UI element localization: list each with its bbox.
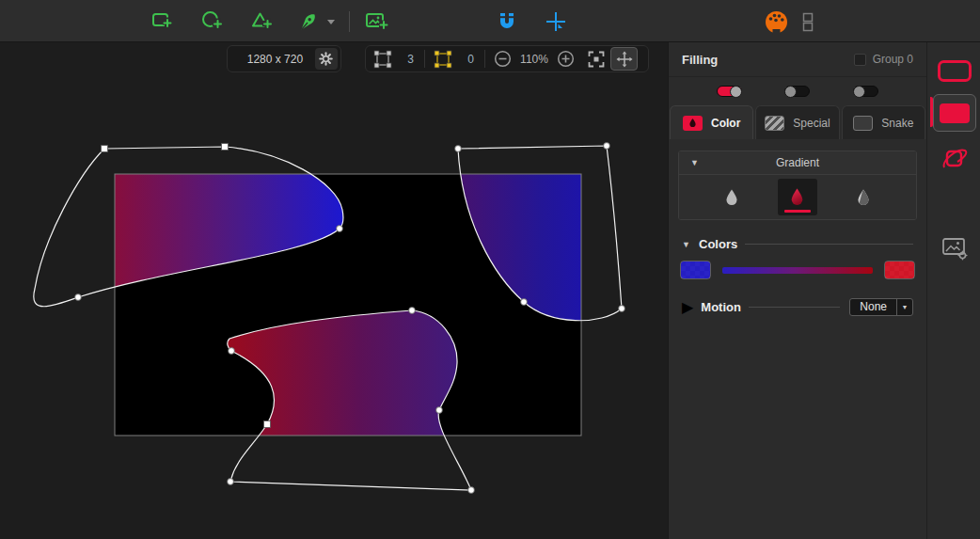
- path-nodes-button[interactable]: [371, 48, 394, 70]
- node-handle[interactable]: [468, 487, 475, 494]
- pen-icon: [297, 9, 322, 34]
- motion-section-title: Motion: [701, 300, 741, 314]
- fill-toggle-2[interactable]: [784, 86, 810, 97]
- pen-tool-button[interactable]: [296, 8, 323, 35]
- gear-icon: [318, 51, 334, 67]
- tab-color-label: Color: [711, 117, 740, 130]
- dropdown-arrow-icon[interactable]: ▼: [897, 299, 912, 315]
- add-rectangle-icon: [150, 9, 175, 34]
- motion-dropdown-value: None: [850, 299, 896, 315]
- node-handle-square[interactable]: [264, 421, 271, 428]
- canvas-size-group: 1280 x 720: [227, 45, 341, 72]
- vector-editor-app: 1280 x 720: [0, 0, 980, 539]
- effect-swoosh-icon: [940, 144, 969, 172]
- fill-toggle-3[interactable]: [853, 86, 878, 97]
- node-handle[interactable]: [604, 143, 610, 150]
- pan-arrows-icon: [616, 51, 633, 68]
- group-checkbox[interactable]: [854, 54, 866, 66]
- layout-panels-button[interactable]: [795, 8, 821, 35]
- node-handle[interactable]: [619, 306, 625, 312]
- group-label: Group 0: [873, 53, 913, 66]
- node-handle[interactable]: [409, 308, 416, 314]
- fill-toggles-row: [669, 77, 926, 105]
- canvas-drawing: [0, 42, 668, 539]
- gradient-end-swatch[interactable]: [884, 261, 915, 279]
- stroke-rect-icon: [937, 59, 972, 83]
- add-rectangle-button[interactable]: [150, 8, 176, 35]
- node-handle[interactable]: [455, 146, 462, 152]
- canvas-viewport[interactable]: 1280 x 720: [0, 42, 668, 539]
- node-handle[interactable]: [337, 226, 343, 232]
- color-tab-icon: [683, 116, 703, 131]
- gradient-fill-icon: [789, 187, 805, 207]
- tab-special[interactable]: Special: [755, 105, 839, 139]
- plus-circle-icon: [557, 50, 575, 68]
- two-tone-fill-icon[interactable]: [856, 188, 871, 207]
- add-ellipse-button[interactable]: [199, 8, 226, 35]
- gradient-fill-option-selected[interactable]: [778, 179, 817, 215]
- gradient-colors-row: [680, 261, 915, 279]
- filling-panel: Filling Group 0 Color Special: [668, 42, 926, 539]
- pen-options-button[interactable]: [323, 8, 340, 35]
- pan-tool-button[interactable]: [610, 47, 638, 71]
- canvas-settings-button[interactable]: [315, 48, 338, 70]
- effects-style-button[interactable]: [927, 144, 980, 172]
- section-divider: [745, 244, 913, 245]
- node-handle-square[interactable]: [102, 146, 108, 152]
- tab-color[interactable]: Color: [670, 105, 753, 139]
- bounding-box-selected-icon: [434, 50, 452, 69]
- zoom-level-value[interactable]: 110%: [514, 53, 554, 66]
- node-handle[interactable]: [229, 348, 235, 355]
- start-color-fill: [681, 262, 710, 278]
- add-image-button[interactable]: [363, 8, 389, 35]
- zoom-out-button[interactable]: [491, 48, 514, 70]
- tab-snake[interactable]: Snake: [842, 105, 925, 139]
- fit-screen-button[interactable]: [584, 48, 608, 70]
- path-nodes-count[interactable]: 3: [394, 53, 419, 66]
- tab-special-label: Special: [793, 117, 830, 130]
- snapping-button[interactable]: [494, 8, 520, 35]
- fill-type-box: ▼ Gradient: [678, 151, 917, 220]
- tab-snake-label: Snake: [881, 117, 913, 130]
- fill-style-button-selected[interactable]: [933, 94, 976, 132]
- fill-type-header[interactable]: ▼ Gradient: [679, 151, 916, 175]
- gradient-start-swatch[interactable]: [680, 261, 711, 279]
- image-settings-button[interactable]: [927, 235, 980, 262]
- gradient-preview-bar[interactable]: [722, 267, 873, 274]
- node-handle[interactable]: [436, 407, 443, 414]
- snake-tab-icon: [853, 116, 873, 131]
- node-handle[interactable]: [228, 479, 234, 485]
- canvas-size-value[interactable]: 1280 x 720: [235, 53, 315, 66]
- add-image-icon: [364, 9, 389, 34]
- solid-fill-icon[interactable]: [724, 188, 739, 207]
- zoom-in-button[interactable]: [554, 48, 577, 70]
- collapse-caret-icon[interactable]: ▼: [690, 158, 699, 167]
- fill-rect-icon: [939, 103, 971, 124]
- node-handle[interactable]: [521, 299, 528, 306]
- color-palette-button[interactable]: [763, 8, 789, 35]
- fill-toggle-1[interactable]: [717, 86, 742, 97]
- add-triangle-button[interactable]: [249, 8, 276, 35]
- selected-nodes-button[interactable]: [431, 48, 454, 70]
- end-color-fill: [885, 262, 914, 278]
- stacked-squares-icon: [798, 9, 817, 34]
- toolbar-divider: [349, 11, 350, 32]
- fill-type-title: Gradient: [776, 156, 819, 169]
- colors-section-title: Colors: [699, 237, 737, 251]
- add-position-button[interactable]: [543, 8, 569, 35]
- stroke-style-button[interactable]: [927, 59, 980, 83]
- divider: [424, 50, 425, 68]
- magnet-icon: [496, 10, 518, 33]
- motion-section-header: ▶ Motion None ▼: [682, 298, 913, 316]
- motion-dropdown[interactable]: None ▼: [849, 298, 913, 316]
- fill-tabs: Color Special Snake: [669, 105, 926, 139]
- panel-title: Filling: [682, 53, 718, 67]
- fit-screen-icon: [587, 50, 606, 69]
- node-handle-square[interactable]: [222, 144, 229, 151]
- node-handle[interactable]: [75, 294, 82, 301]
- filling-panel-header: Filling Group 0: [669, 42, 926, 77]
- main-toolbar: [0, 0, 980, 42]
- selected-nodes-count[interactable]: 0: [454, 53, 479, 66]
- motion-expand-caret-icon[interactable]: ▶: [682, 298, 693, 316]
- colors-collapse-caret-icon[interactable]: ▼: [682, 240, 691, 249]
